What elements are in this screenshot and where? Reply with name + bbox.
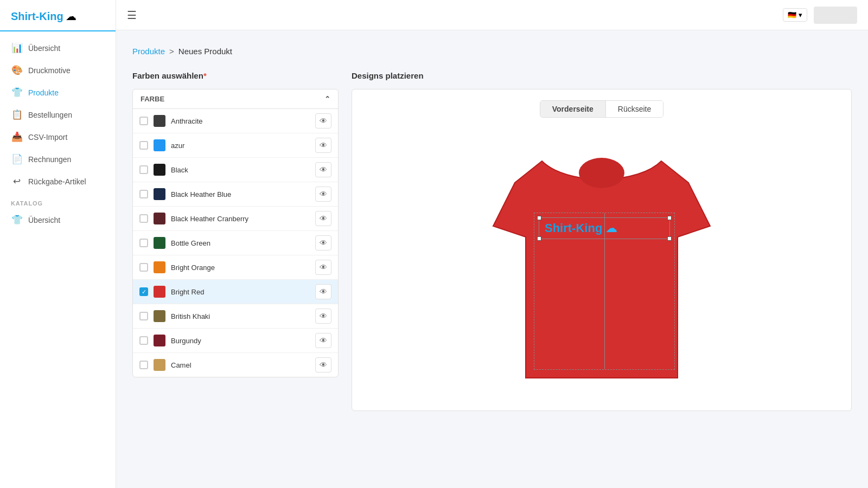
color-name-anthracite: Anthracite [171, 117, 310, 125]
color-name-black-heather-blue: Black Heather Blue [171, 190, 310, 198]
color-row-burgundy[interactable]: Burgundy 👁 [133, 329, 338, 353]
farbe-label: FARBE [141, 95, 164, 103]
color-checkbox-bright-orange[interactable] [139, 263, 148, 272]
required-marker: * [203, 71, 207, 80]
color-checkbox-burgundy[interactable] [139, 336, 148, 345]
eye-button-camel[interactable]: 👁 [315, 357, 331, 373]
handle-bottom-left[interactable] [537, 236, 541, 241]
farben-column: Farben auswählen* FARBE ⌃ Anthracite 👁 a… [132, 71, 339, 377]
color-row-camel[interactable]: Camel 👁 [133, 353, 338, 377]
eye-button-black-heather-blue[interactable]: 👁 [315, 187, 331, 202]
design-logo-text: Shirt-King [545, 221, 602, 235]
handle-top-left[interactable] [537, 216, 541, 220]
design-logo-cloud-icon: ☁ [605, 221, 617, 235]
color-name-black: Black [171, 166, 310, 174]
design-panel: VorderseiteRückseite [352, 89, 852, 411]
color-row-black-heather-cranberry[interactable]: Black Heather Cranberry 👁 [133, 207, 338, 231]
topbar: ☰ 🇩🇪 ▾ [116, 0, 868, 30]
language-selector[interactable]: 🇩🇪 ▾ [783, 8, 807, 22]
color-row-black-heather-blue[interactable]: Black Heather Blue 👁 [133, 182, 338, 207]
color-row-bright-orange[interactable]: Bright Orange 👁 [133, 255, 338, 280]
color-swatch-azur [154, 139, 165, 151]
sidebar-item-csv-import[interactable]: 📥CSV-Import [0, 126, 116, 148]
dropdown-arrow: ▾ [799, 11, 802, 19]
sidebar-icon-produkte: 👕 [11, 87, 23, 98]
topbar-left: ☰ [127, 9, 137, 22]
color-checkbox-camel[interactable] [139, 361, 148, 369]
sidebar-label-druckmotive: Druckmotive [28, 66, 71, 75]
eye-button-black[interactable]: 👁 [315, 162, 331, 177]
sidebar-item-uebersicht[interactable]: 📊Übersicht [0, 37, 116, 59]
breadcrumb: Produkte > Neues Produkt [132, 47, 852, 56]
color-row-bottle-green[interactable]: Bottle Green 👁 [133, 231, 338, 255]
main-area: ☰ 🇩🇪 ▾ Produkte > Neues Produkt Farben a… [116, 0, 868, 488]
color-name-bottle-green: Bottle Green [171, 239, 310, 247]
handle-top-right[interactable] [667, 216, 672, 220]
eye-button-anthracite[interactable]: 👁 [315, 113, 331, 129]
eye-button-bright-orange[interactable]: 👁 [315, 260, 331, 275]
color-swatch-black-heather-cranberry [154, 213, 165, 224]
designs-section-title: Designs platzieren [352, 71, 852, 80]
color-row-azur[interactable]: azur 👁 [133, 133, 338, 158]
color-checkbox-black[interactable] [139, 165, 148, 174]
color-checkbox-bottle-green[interactable] [139, 239, 148, 247]
breadcrumb-arrow: > [169, 47, 174, 56]
color-row-black[interactable]: Black 👁 [133, 158, 338, 182]
eye-button-british-khaki[interactable]: 👁 [315, 309, 331, 324]
sidebar-icon-druckmotive: 🎨 [11, 65, 23, 76]
color-checkbox-black-heather-cranberry[interactable] [139, 214, 148, 223]
color-checkbox-anthracite[interactable] [139, 117, 148, 125]
svg-point-0 [579, 158, 624, 188]
color-swatch-anthracite [154, 115, 165, 127]
sidebar-navigation: 📊Übersicht🎨Druckmotive👕Produkte📋Bestellu… [0, 31, 116, 236]
sidebar-icon-katalog-uebersicht: 👕 [11, 214, 23, 226]
sidebar-icon-bestellungen: 📋 [11, 109, 23, 120]
color-checkbox-british-khaki[interactable] [139, 312, 148, 320]
page-content: Produkte > Neues Produkt Farben auswähle… [116, 30, 868, 488]
design-overlay[interactable]: Shirt-King ☁ [534, 213, 675, 370]
eye-button-azur[interactable]: 👁 [315, 138, 331, 153]
color-checkbox-black-heather-blue[interactable] [139, 190, 148, 198]
color-name-bright-red: Bright Red [171, 288, 310, 296]
logo: Shirt-King☁ [0, 0, 116, 31]
color-name-azur: azur [171, 142, 310, 150]
color-name-bright-orange: Bright Orange [171, 264, 310, 272]
sidebar-item-rueckgabe[interactable]: ↩Rückgabe-Artikel [0, 170, 116, 192]
color-checkbox-bright-red[interactable] [139, 287, 148, 296]
sidebar-item-bestellungen[interactable]: 📋Bestellungen [0, 104, 116, 126]
flag-icon: 🇩🇪 [788, 11, 796, 19]
sidebar-label-uebersicht: Übersicht [28, 44, 60, 53]
color-row-anthracite[interactable]: Anthracite 👁 [133, 109, 338, 133]
sidebar-item-katalog-uebersicht[interactable]: 👕Übersicht [0, 209, 116, 231]
tab-vorderseite[interactable]: Vorderseite [540, 101, 606, 117]
eye-button-bright-red[interactable]: 👁 [315, 284, 331, 299]
sort-icon[interactable]: ⌃ [324, 95, 330, 103]
breadcrumb-products-link[interactable]: Produkte [132, 47, 165, 56]
eye-button-black-heather-cranberry[interactable]: 👁 [315, 211, 331, 226]
design-logo-box[interactable]: Shirt-King ☁ [539, 217, 670, 239]
sidebar-label-bestellungen: Bestellungen [28, 111, 72, 119]
designs-column: Designs platzieren VorderseiteRückseite [352, 71, 852, 411]
tab-rueckseite[interactable]: Rückseite [606, 101, 663, 117]
sidebar-item-produkte[interactable]: 👕Produkte [0, 81, 116, 104]
color-row-british-khaki[interactable]: British Khaki 👁 [133, 304, 338, 329]
sidebar-item-druckmotive[interactable]: 🎨Druckmotive [0, 59, 116, 81]
hamburger-menu[interactable]: ☰ [127, 9, 137, 22]
color-row-bright-red[interactable]: Bright Red 👁 [133, 280, 338, 304]
eye-button-burgundy[interactable]: 👁 [315, 333, 331, 348]
eye-button-bottle-green[interactable]: 👁 [315, 235, 331, 251]
sidebar-item-rechnungen[interactable]: 📄Rechnungen [0, 148, 116, 170]
sidebar-icon-rechnungen: 📄 [11, 153, 23, 165]
color-checkbox-azur[interactable] [139, 141, 148, 150]
farben-section-title: Farben auswählen* [132, 71, 339, 80]
logo-cloud-icon: ☁ [66, 10, 76, 23]
color-swatch-british-khaki [154, 310, 165, 322]
color-name-british-khaki: British Khaki [171, 312, 310, 320]
sidebar: Shirt-King☁ 📊Übersicht🎨Druckmotive👕Produ… [0, 0, 116, 488]
main-columns: Farben auswählen* FARBE ⌃ Anthracite 👁 a… [132, 71, 852, 411]
handle-bottom-right[interactable] [667, 236, 672, 241]
color-name-camel: Camel [171, 361, 310, 369]
shirt-preview: Shirt-King ☁ [482, 129, 721, 400]
view-tabs: VorderseiteRückseite [540, 100, 663, 118]
color-table: FARBE ⌃ Anthracite 👁 azur 👁 Black 👁 Blac… [132, 89, 339, 377]
